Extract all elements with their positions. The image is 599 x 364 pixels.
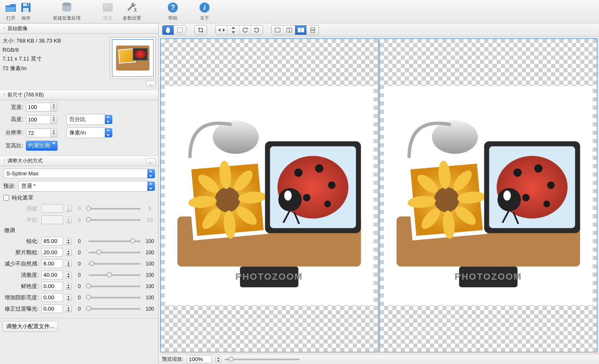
svg-rect-16 xyxy=(301,28,304,32)
chevron-down-icon: ⌃ xyxy=(3,93,6,97)
width-label: 宽度: xyxy=(3,104,23,111)
help-button[interactable]: ? 帮助 xyxy=(165,1,180,21)
svg-point-68 xyxy=(432,120,478,154)
algorithm-select[interactable]: S-Spline Max xyxy=(3,169,155,178)
unsharp-checkbox[interactable] xyxy=(3,195,9,201)
flip-horizontal-button[interactable] xyxy=(216,25,227,35)
aspect-label: 宽高比: xyxy=(3,142,23,149)
sharpen-label: 锐化: xyxy=(3,238,39,245)
reduce-stepper[interactable]: ▲▼ xyxy=(66,260,72,267)
size-unit-select[interactable]: 百分比 xyxy=(66,114,112,125)
vivid-input[interactable] xyxy=(41,282,63,291)
zoom-input[interactable] xyxy=(187,355,212,363)
folder-open-icon xyxy=(4,1,18,14)
exposure-stepper[interactable]: ▲▼ xyxy=(66,306,72,312)
svg-point-43 xyxy=(213,120,259,154)
crop-group xyxy=(195,25,207,35)
crisp-input[interactable] xyxy=(41,270,63,279)
grain-input[interactable] xyxy=(41,248,63,257)
width-input[interactable]: ▲▼ xyxy=(26,103,57,111)
shadow-input[interactable] xyxy=(41,293,63,302)
wrench-icon xyxy=(125,1,139,14)
picture-icon xyxy=(101,1,114,14)
exposure-slider[interactable] xyxy=(88,308,141,310)
layout-split-center-button[interactable] xyxy=(283,25,295,35)
vivid-stepper[interactable]: ▲▼ xyxy=(66,283,72,290)
svg-point-6 xyxy=(105,5,106,7)
aspect-select[interactable]: 约束比例 xyxy=(26,141,58,151)
sharpen-slider[interactable] xyxy=(88,240,141,242)
sharpen-stepper[interactable]: ▲▼ xyxy=(66,238,72,245)
svg-rect-15 xyxy=(298,28,301,32)
chevron-down-icon: ⌃ xyxy=(3,27,6,31)
save-button[interactable]: 保存 xyxy=(18,1,33,21)
svg-point-63 xyxy=(547,181,555,189)
thumbnail-more-button[interactable]: ... xyxy=(146,81,156,86)
section-method-header[interactable]: ⌃ 调整大小的方式 ... xyxy=(0,156,158,166)
svg-text:PHOTOZOOM: PHOTOZOOM xyxy=(235,271,303,282)
about-button[interactable]: i 关于 xyxy=(197,1,212,21)
hand-tool-button[interactable] xyxy=(162,25,174,35)
original-mode: RGB/8 xyxy=(3,47,107,53)
crop-button[interactable] xyxy=(195,25,207,35)
crisp-stepper[interactable]: ▲▼ xyxy=(66,272,72,278)
marquee-tool-button[interactable] xyxy=(174,25,186,35)
svg-point-4 xyxy=(62,3,71,6)
section-newsize-header[interactable]: ⌃ 新尺寸 (768 KB) xyxy=(0,90,158,100)
thumbnail-navigator[interactable] xyxy=(110,37,156,79)
original-resolution: 72 像素/in xyxy=(3,65,107,72)
preview-pane-left[interactable]: PHOTOZOOM xyxy=(160,38,379,352)
flip-vertical-button[interactable] xyxy=(227,25,239,35)
section-original-header[interactable]: ⌃ 原始图像 xyxy=(0,23,158,34)
svg-point-65 xyxy=(543,200,550,207)
shadow-label: 增加阴影亮度: xyxy=(3,294,39,301)
grain-stepper[interactable]: ▲▼ xyxy=(66,249,72,256)
layout-side-by-side-button[interactable] xyxy=(295,25,307,35)
resolution-unit-select[interactable]: 像素/in xyxy=(66,127,112,138)
shadow-stepper[interactable]: ▲▼ xyxy=(66,294,72,301)
layout-stacked-button[interactable] xyxy=(307,25,318,35)
open-button[interactable]: 打开 xyxy=(3,1,18,21)
exposure-input[interactable] xyxy=(41,304,63,313)
new-batch-button[interactable]: 新建批量处理 xyxy=(50,1,83,21)
zoom-slider[interactable] xyxy=(225,359,300,360)
svg-point-39 xyxy=(303,194,311,201)
rotate-ccw-button[interactable] xyxy=(239,25,251,35)
height-input[interactable]: ▲▼ xyxy=(26,115,57,124)
sharpen-input[interactable] xyxy=(41,237,63,245)
finetune-label: 微调 xyxy=(4,227,155,234)
strength-slider xyxy=(88,208,141,210)
preset-select[interactable]: 普通 * xyxy=(18,181,155,192)
grain-slider[interactable] xyxy=(88,252,141,253)
resize-config-row: 调整大小配置文件... xyxy=(0,318,158,334)
svg-point-36 xyxy=(294,168,303,177)
preview-pane-right[interactable]: PHOTOZOOM xyxy=(379,38,598,352)
rotate-cw-button[interactable] xyxy=(251,25,263,35)
reduce-slider[interactable] xyxy=(88,263,141,265)
svg-rect-17 xyxy=(311,28,315,30)
shadow-slider[interactable] xyxy=(88,297,141,298)
reduce-input[interactable] xyxy=(41,259,63,268)
exposure-label: 修正过度曝光: xyxy=(3,305,39,313)
svg-point-38 xyxy=(328,181,336,189)
zoom-label: 预览缩放: xyxy=(162,356,183,363)
bottom-bar: 预览缩放: ▲▼ xyxy=(159,354,599,364)
original-dimensions: 7.11 x 7.11 英寸 xyxy=(3,55,107,63)
unsharp-label: 钝化遮罩 xyxy=(12,194,33,202)
zoom-stepper[interactable]: ▲▼ xyxy=(215,356,221,363)
preview-button: 预览 xyxy=(100,1,115,21)
height-label: 高度: xyxy=(3,116,23,123)
nav-tools-group xyxy=(162,25,186,35)
info-icon: i xyxy=(198,1,211,14)
resize-config-button[interactable]: 调整大小配置文件... xyxy=(3,321,58,332)
layout-single-button[interactable] xyxy=(272,25,283,35)
section-newsize-title: 新尺寸 (768 KB) xyxy=(8,91,44,99)
crisp-slider[interactable] xyxy=(88,274,141,276)
svg-point-42 xyxy=(284,190,292,200)
method-more-button[interactable]: ... xyxy=(146,158,156,164)
svg-rect-18 xyxy=(311,30,315,33)
preview-image-left: PHOTOZOOM xyxy=(165,86,374,305)
resolution-input[interactable]: ▲▼ xyxy=(26,129,57,137)
vivid-slider[interactable] xyxy=(88,286,141,287)
preferences-button[interactable]: 参数设置 xyxy=(115,1,149,21)
